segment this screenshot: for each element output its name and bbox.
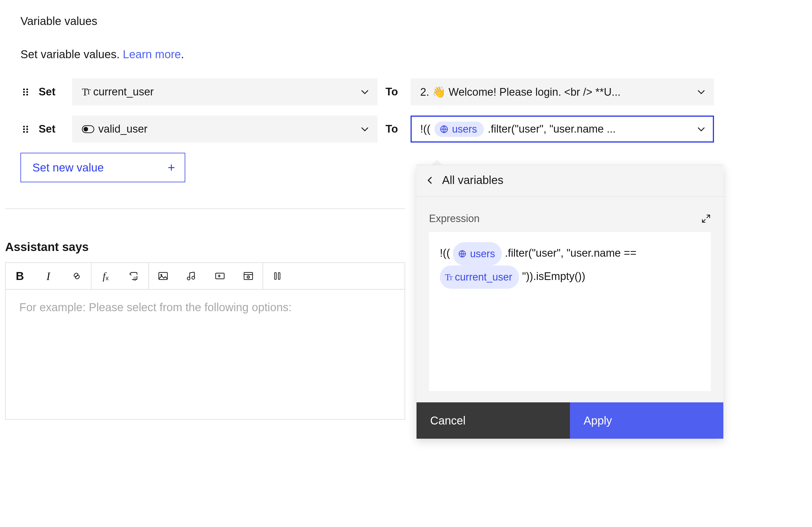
to-keyword: To [386, 123, 403, 135]
chip-text: users [470, 244, 495, 264]
svg-point-18 [187, 277, 190, 280]
chip-text: current_user [455, 267, 512, 287]
svg-point-9 [26, 129, 28, 130]
variable-selector[interactable]: valid_user [72, 116, 378, 142]
variable-chip-users[interactable]: users [453, 242, 502, 266]
expand-icon[interactable] [701, 214, 711, 224]
editor-toolbar: B I fx {} [5, 262, 405, 289]
globe-icon [439, 125, 449, 134]
svg-text:{}: {} [133, 276, 136, 281]
svg-point-3 [26, 91, 28, 93]
drag-handle-icon[interactable] [20, 124, 31, 134]
svg-point-11 [26, 131, 28, 133]
variable-name: current_user [93, 86, 154, 98]
text-type-icon: TT [445, 268, 451, 286]
expr-text: ")).isEmpty()) [522, 270, 585, 282]
svg-point-17 [161, 274, 162, 276]
section-divider [5, 208, 405, 209]
boolean-type-icon [82, 125, 94, 133]
pause-button[interactable] [263, 263, 291, 289]
button-label: Set new value [32, 161, 104, 174]
plus-icon: + [168, 161, 175, 175]
svg-point-19 [192, 276, 194, 279]
variable-row: Set TT current_user To 2. 👋 Welcome! Ple… [20, 78, 807, 105]
chip-text: users [452, 123, 477, 135]
editor-placeholder: For example: Please select from the foll… [19, 301, 291, 314]
section-subtitle: Set variable values. Learn more. [20, 48, 807, 61]
svg-rect-25 [278, 273, 280, 280]
set-new-value-button[interactable]: Set new value + [20, 153, 185, 182]
apply-button[interactable]: Apply [570, 402, 723, 439]
expression-editor[interactable]: !(( users .filter("user", "user.name == … [429, 232, 711, 391]
svg-point-13 [84, 127, 88, 132]
expr-suffix: .filter("user", "user.name ... [488, 123, 616, 135]
subtitle-text: Set variable values. [20, 48, 123, 60]
svg-point-8 [23, 129, 25, 130]
variable-chip-users: users [434, 122, 484, 137]
value-display: 2. 👋 Welcome! Please login. <br /> **U..… [420, 86, 621, 98]
svg-point-6 [23, 125, 25, 127]
period: . [181, 48, 184, 60]
code-response-button[interactable]: {} [120, 263, 148, 289]
to-keyword: To [386, 86, 403, 98]
text-type-icon: TT [82, 86, 89, 98]
variable-chip-current-user[interactable]: TT current_user [440, 266, 519, 289]
value-selector[interactable]: !(( users .filter("user", "user.name ... [410, 116, 714, 142]
fx-button[interactable]: fx [91, 263, 120, 289]
set-keyword: Set [39, 86, 64, 98]
popover-header: All variables [417, 165, 723, 197]
svg-point-0 [23, 88, 25, 90]
variable-name: valid_user [98, 123, 147, 135]
chevron-down-icon [361, 125, 369, 133]
variable-row: Set valid_user To !(( [20, 116, 807, 142]
video-button[interactable] [206, 263, 234, 289]
svg-point-7 [26, 125, 28, 127]
svg-point-1 [26, 88, 28, 90]
chevron-down-icon [697, 125, 706, 133]
svg-rect-24 [275, 273, 276, 280]
svg-point-5 [26, 94, 28, 95]
back-button[interactable] [425, 176, 434, 184]
set-keyword: Set [39, 123, 64, 135]
svg-point-4 [23, 94, 25, 95]
section-heading: Variable values [20, 15, 807, 28]
expr-text: !(( [440, 247, 453, 259]
popover-caret [432, 160, 442, 165]
expr-prefix: !(( [420, 123, 431, 135]
link-button[interactable] [62, 263, 91, 289]
drag-handle-icon[interactable] [20, 87, 31, 97]
value-selector[interactable]: 2. 👋 Welcome! Please login. <br /> **U..… [410, 78, 714, 105]
expression-label: Expression [429, 213, 480, 225]
iframe-button[interactable] [234, 263, 262, 289]
image-button[interactable] [149, 263, 177, 289]
popover-breadcrumb[interactable]: All variables [442, 174, 504, 186]
svg-point-23 [248, 276, 249, 277]
expression-popover: All variables Expression !(( users .filt… [417, 165, 723, 439]
assistant-says-editor[interactable]: For example: Please select from the foll… [5, 289, 405, 420]
audio-button[interactable] [177, 263, 206, 289]
expr-text: .filter("user", "user.name == [505, 247, 636, 259]
learn-more-link[interactable]: Learn more [123, 48, 181, 60]
bold-button[interactable]: B [6, 263, 34, 289]
italic-button[interactable]: I [34, 263, 62, 289]
popover-actions: Cancel Apply [417, 402, 723, 439]
chevron-down-icon [361, 88, 369, 96]
svg-rect-16 [159, 273, 167, 280]
svg-point-2 [23, 91, 25, 93]
cancel-button[interactable]: Cancel [417, 402, 570, 439]
chevron-down-icon [697, 88, 706, 96]
globe-icon [458, 250, 466, 258]
svg-point-10 [23, 131, 25, 133]
variable-selector[interactable]: TT current_user [72, 78, 378, 105]
